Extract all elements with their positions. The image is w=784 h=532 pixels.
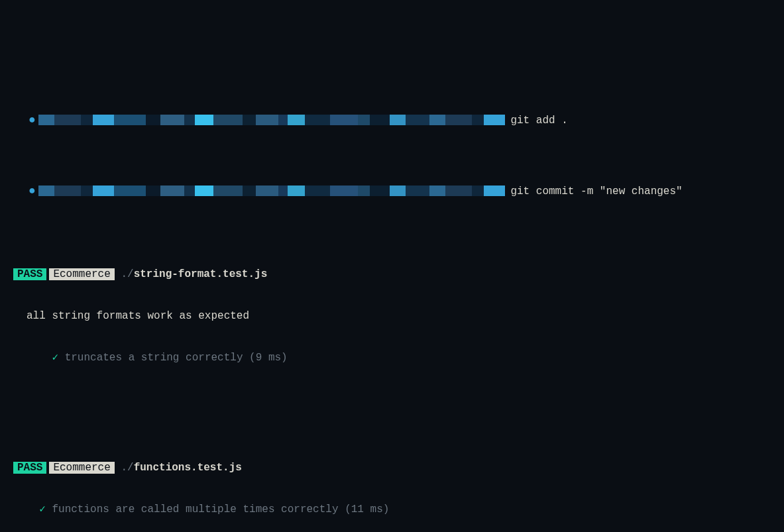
- command-line-2: ●git commit -m "new changes": [0, 170, 784, 213]
- test-file: functions.test.js: [134, 462, 242, 474]
- test-describe: all string formats work as expected: [27, 310, 249, 322]
- test-path-prefix: ./: [121, 462, 133, 474]
- test-case: functions are called multiple times corr…: [52, 504, 389, 515]
- project-badge: Ecommerce: [49, 268, 114, 280]
- check-icon: ✓: [27, 352, 65, 364]
- test-path-prefix: ./: [121, 268, 133, 280]
- pass-badge: PASS: [13, 462, 46, 474]
- prompt-bullet-icon: ●: [25, 184, 38, 199]
- prompt-blocks: [38, 114, 505, 128]
- command-text: git add .: [510, 115, 567, 127]
- test-case: truncates a string correctly (9 ms): [65, 352, 288, 364]
- test-header: PASSEcommerce ./string-format.test.js: [0, 268, 784, 282]
- prompt-blocks: [38, 184, 505, 198]
- check-icon: ✓: [27, 504, 52, 515]
- test-file: string-format.test.js: [134, 268, 268, 280]
- command-text: git commit -m "new changes": [510, 186, 682, 197]
- command-line-1: ●git add .: [0, 99, 784, 142]
- terminal-output[interactable]: ●git add . ●git commit -m "new changes" …: [0, 55, 784, 532]
- test-header: PASSEcommerce ./functions.test.js: [0, 461, 784, 475]
- prompt-bullet-icon: ●: [25, 113, 38, 128]
- pass-badge: PASS: [13, 268, 46, 280]
- project-badge: Ecommerce: [49, 462, 114, 474]
